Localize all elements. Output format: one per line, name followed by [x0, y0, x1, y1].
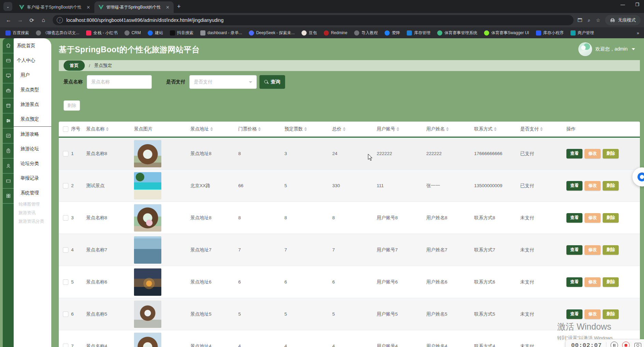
- chart-icon[interactable]: [3, 128, 14, 143]
- name-filter-input[interactable]: 景点名称: [87, 75, 152, 89]
- sidebar-item-card[interactable]: 个人中心: [14, 53, 51, 68]
- home-icon[interactable]: [3, 38, 14, 53]
- row-checkbox[interactable]: [63, 183, 68, 189]
- bookmark-item[interactable]: 商户管理: [568, 29, 597, 37]
- bookmark-star-icon[interactable]: ☆: [596, 17, 600, 23]
- reload-button[interactable]: ⟳: [27, 15, 37, 25]
- scenic-spot-image[interactable]: [134, 204, 161, 232]
- address-bar[interactable]: i localhost:8080/springboot41asw896/admi…: [53, 15, 574, 25]
- edit-button[interactable]: 修改: [585, 277, 601, 287]
- tab-search-button[interactable]: ⌄: [3, 2, 12, 11]
- sort-icons[interactable]: [446, 127, 449, 131]
- row-checkbox[interactable]: [63, 279, 68, 285]
- clipboard-icon[interactable]: [3, 143, 14, 158]
- sidebar-subitem[interactable]: 旅游资讯: [14, 209, 51, 217]
- bookmark-item[interactable]: 库存小程序: [533, 29, 566, 37]
- translate-icon[interactable]: 🗔: [578, 17, 582, 23]
- back-button[interactable]: ←: [3, 15, 14, 25]
- tab-close-icon[interactable]: ✕: [86, 5, 91, 10]
- sidebar-item-clipboard[interactable]: 旅游论坛: [14, 141, 51, 156]
- column-header[interactable]: 总价: [332, 126, 377, 132]
- browser-tab[interactable]: 管理端-基于SpringBoot的个性✕: [94, 1, 174, 13]
- sliders-icon[interactable]: [3, 113, 14, 128]
- sort-icons[interactable]: [106, 127, 109, 131]
- bookmark-item[interactable]: CRM: [122, 29, 144, 37]
- bookmark-item[interactable]: 豆包: [299, 29, 320, 37]
- sidebar-item-briefcase[interactable]: 景点类型: [14, 82, 51, 97]
- row-checkbox[interactable]: [63, 151, 68, 156]
- column-header[interactable]: 景点名称: [86, 126, 134, 132]
- bookmark-item[interactable]: Redmine: [321, 29, 350, 37]
- row-checkbox[interactable]: [63, 344, 68, 347]
- column-header[interactable]: 预定票数: [284, 126, 332, 132]
- sort-icons[interactable]: [494, 127, 497, 131]
- view-button[interactable]: 查看: [566, 277, 582, 287]
- delete-button[interactable]: 删除: [603, 309, 619, 319]
- sidebar-item-monitor[interactable]: 用户: [14, 68, 51, 82]
- sidebar-item-chart[interactable]: 旅游攻略: [14, 127, 51, 141]
- edit-button[interactable]: 修改: [585, 213, 601, 223]
- sort-icons[interactable]: [343, 127, 346, 131]
- bookmark-item[interactable]: 导入教程: [351, 29, 380, 37]
- sidebar-item-sliders[interactable]: 景点预定: [14, 112, 51, 127]
- bookmark-item[interactable]: 体育赛事Swagger UI: [481, 29, 532, 37]
- pay-filter-select[interactable]: 是否支付: [189, 75, 257, 89]
- select-all-checkbox[interactable]: [63, 126, 68, 132]
- column-header[interactable]: 景点地址: [190, 126, 238, 132]
- sidebar-item-user[interactable]: 论坛分类: [14, 156, 51, 171]
- bookmarks-overflow-chevron[interactable]: »: [637, 30, 641, 36]
- bookmark-item[interactable]: 库存管理: [404, 29, 433, 37]
- sidebar-subitem[interactable]: 轮播图管理: [14, 200, 51, 209]
- browser-tab[interactable]: 客户端-基于SpringBoot的个性✕: [15, 1, 94, 13]
- sidebar-item-home[interactable]: 系统首页: [14, 38, 51, 53]
- new-tab-button[interactable]: +: [177, 3, 181, 10]
- edit-button[interactable]: 修改: [585, 181, 601, 191]
- zoom-icon[interactable]: ⌕: [588, 17, 591, 23]
- minimize-button[interactable]: —: [620, 2, 625, 7]
- sort-icons[interactable]: [210, 127, 213, 131]
- view-button[interactable]: 查看: [566, 181, 582, 191]
- sort-icons[interactable]: [304, 127, 307, 131]
- bookmark-item[interactable]: 抖音搜索: [167, 29, 196, 37]
- row-checkbox[interactable]: [63, 311, 68, 317]
- bookmark-item[interactable]: 全栈 - 小红书: [83, 29, 120, 37]
- monitor-icon[interactable]: [3, 68, 14, 83]
- delete-button[interactable]: 删除: [603, 245, 619, 255]
- delete-button[interactable]: 删除: [603, 181, 619, 191]
- edit-button[interactable]: 修改: [585, 309, 601, 319]
- avatar[interactable]: [578, 42, 592, 56]
- bookmark-item[interactable]: 《聊斋志异白话文...: [33, 29, 82, 37]
- view-button[interactable]: 查看: [566, 149, 582, 158]
- pause-button[interactable]: [611, 342, 618, 347]
- camera-icon[interactable]: [634, 343, 641, 347]
- bookmark-item[interactable]: 爱降: [382, 29, 403, 37]
- ticket-icon[interactable]: [3, 174, 14, 189]
- search-button[interactable]: 查询: [259, 75, 285, 89]
- sort-icons[interactable]: [397, 127, 399, 131]
- column-header[interactable]: 用户姓名: [426, 126, 474, 132]
- edit-button[interactable]: 修改: [585, 245, 601, 255]
- row-checkbox[interactable]: [63, 247, 68, 253]
- scenic-spot-image[interactable]: [134, 236, 161, 264]
- user-chip[interactable]: 欢迎您，admin: [578, 42, 635, 56]
- row-checkbox[interactable]: [63, 215, 68, 221]
- view-button[interactable]: 查看: [566, 309, 582, 319]
- scenic-spot-image[interactable]: [134, 301, 161, 328]
- view-button[interactable]: 查看: [566, 213, 582, 223]
- grid-icon[interactable]: [3, 189, 14, 204]
- tab-close-icon[interactable]: ✕: [165, 5, 170, 10]
- scenic-spot-image[interactable]: [134, 333, 161, 347]
- bookmark-item[interactable]: dashboard - 录单...: [198, 29, 245, 37]
- edit-button[interactable]: 修改: [585, 149, 601, 158]
- briefcase-icon[interactable]: [3, 83, 14, 98]
- sidebar-item-grid[interactable]: 系统管理: [14, 185, 51, 200]
- sort-icons[interactable]: [540, 127, 543, 131]
- restore-button[interactable]: ❐: [635, 2, 639, 7]
- delete-button[interactable]: 删除: [603, 149, 619, 158]
- column-header[interactable]: 用户账号: [377, 126, 426, 132]
- site-info-icon[interactable]: i: [57, 17, 63, 23]
- scenic-spot-image[interactable]: [134, 140, 161, 167]
- sidebar-subitem[interactable]: 旅游资讯分类: [14, 217, 51, 226]
- bookmark-item[interactable]: 建站: [145, 29, 166, 37]
- delete-button[interactable]: 删除: [603, 213, 619, 223]
